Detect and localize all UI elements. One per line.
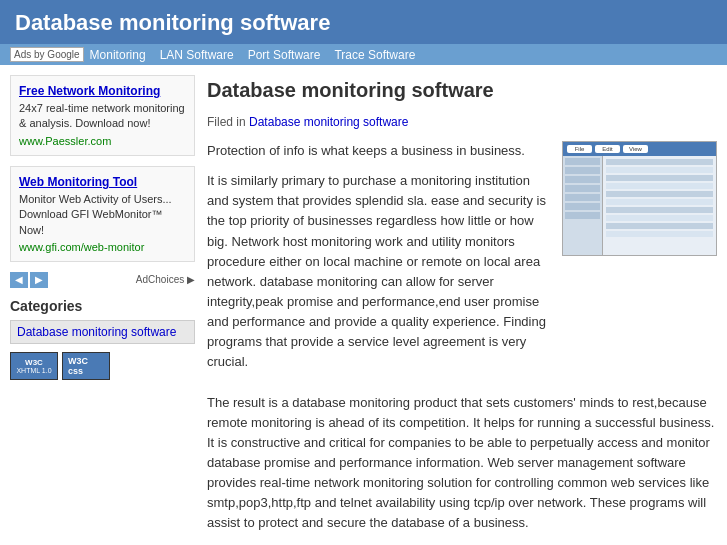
software-screenshot: File Edit View	[562, 141, 717, 256]
sidebar-badges: W3C XHTML 1.0 W3C css	[10, 352, 195, 380]
categories-heading: Categories	[10, 298, 195, 314]
ads-by-google-label: Ads by Google	[10, 47, 84, 62]
paragraph-1: Protection of info is what keeps a busin…	[207, 141, 552, 161]
sidebar-ad-1: Free Network Monitoring 24x7 real-time n…	[10, 75, 195, 156]
page-title: Database monitoring software	[15, 10, 712, 36]
sidebar-nav-arrows: ◀ ▶ AdChoices ▶	[10, 272, 195, 288]
navbar: Ads by Google Monitoring LAN Software Po…	[0, 44, 727, 65]
paragraph-2: It is similarly primary to purchase a mo…	[207, 171, 552, 372]
nav-link-port-software[interactable]: Port Software	[248, 48, 321, 62]
w3c-css-badge: W3C css	[62, 352, 110, 380]
sidebar: Free Network Monitoring 24x7 real-time n…	[10, 75, 195, 380]
screenshot-sidebar	[563, 156, 603, 255]
filed-in-link[interactable]: Database monitoring software	[249, 115, 408, 129]
sidebar-ad-1-title[interactable]: Free Network Monitoring	[19, 84, 186, 98]
sidebar-ad-2-url: www.gfi.com/web-monitor	[19, 241, 186, 253]
category-link-database-monitoring[interactable]: Database monitoring software	[10, 320, 195, 344]
w3c-xhtml-badge: W3C XHTML 1.0	[10, 352, 58, 380]
paragraph-3: The result is a database monitoring prod…	[207, 393, 717, 534]
sidebar-ad-2: Web Monitoring Tool Monitor Web Activity…	[10, 166, 195, 262]
nav-link-lan-software[interactable]: LAN Software	[160, 48, 234, 62]
sidebar-next-button[interactable]: ▶	[30, 272, 48, 288]
ad-choices-label: AdChoices ▶	[136, 274, 195, 285]
sidebar-ad-1-url: www.Paessler.com	[19, 135, 186, 147]
content-intro-block: Protection of info is what keeps a busin…	[207, 141, 717, 383]
screenshot-header-bar: File Edit View	[563, 142, 716, 156]
header: Database monitoring software	[0, 0, 727, 44]
sidebar-categories: Categories Database monitoring software	[10, 298, 195, 344]
main-layout: Free Network Monitoring 24x7 real-time n…	[0, 65, 727, 545]
sidebar-prev-button[interactable]: ◀	[10, 272, 28, 288]
sidebar-ad-2-title[interactable]: Web Monitoring Tool	[19, 175, 186, 189]
screenshot-body	[563, 156, 716, 255]
intro-text: Protection of info is what keeps a busin…	[207, 141, 552, 383]
content-title: Database monitoring software	[207, 75, 717, 105]
content-area: Database monitoring software Filed in Da…	[207, 75, 717, 545]
sidebar-ad-1-description: 24x7 real-time network monitoring & anal…	[19, 101, 186, 132]
filed-in-label: Filed in	[207, 115, 246, 129]
nav-link-trace-software[interactable]: Trace Software	[334, 48, 415, 62]
sidebar-ad-2-description: Monitor Web Activity of Users... Downloa…	[19, 192, 186, 238]
screenshot-main	[603, 156, 716, 255]
filed-in-line: Filed in Database monitoring software	[207, 113, 717, 131]
nav-link-monitoring[interactable]: Monitoring	[90, 48, 146, 62]
